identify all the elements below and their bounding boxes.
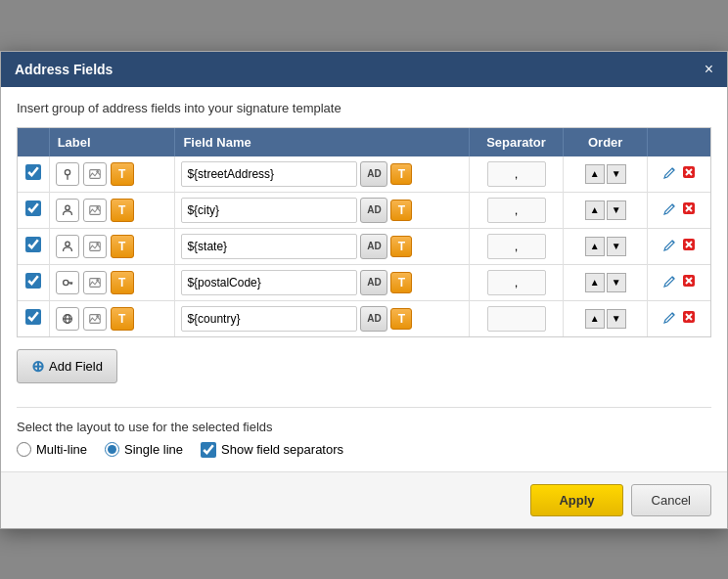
edit-btn[interactable] bbox=[662, 237, 678, 255]
order-up-btn[interactable]: ▲ bbox=[585, 273, 605, 292]
order-down-btn[interactable]: ▼ bbox=[607, 200, 626, 220]
dialog-titlebar: Address Fields × bbox=[1, 52, 727, 87]
row-text-btn[interactable]: T bbox=[111, 271, 134, 294]
svg-point-18 bbox=[63, 280, 68, 285]
show-separators-option[interactable]: Show field separators bbox=[201, 442, 343, 458]
delete-btn[interactable] bbox=[681, 237, 697, 255]
order-up-btn[interactable]: ▲ bbox=[585, 309, 605, 329]
row-order-cell: ▲ ▼ bbox=[564, 156, 648, 193]
row-fieldname-cell: AD T bbox=[175, 264, 469, 300]
row-separator-input[interactable] bbox=[487, 234, 546, 259]
row-image-btn[interactable] bbox=[83, 271, 107, 294]
row-image-btn[interactable] bbox=[83, 307, 107, 331]
edit-btn[interactable] bbox=[662, 200, 678, 219]
row-separator-input[interactable] bbox=[487, 161, 546, 187]
order-down-btn[interactable]: ▼ bbox=[607, 309, 626, 329]
row-checkbox[interactable] bbox=[25, 273, 41, 289]
address-fields-dialog: Address Fields × Insert group of address… bbox=[0, 51, 728, 529]
row-text-btn[interactable]: T bbox=[111, 235, 134, 258]
row-checkbox[interactable] bbox=[25, 164, 41, 180]
delete-btn[interactable] bbox=[681, 273, 697, 291]
cancel-button[interactable]: Cancel bbox=[631, 484, 711, 516]
layout-label: Select the layout to use for the selecte… bbox=[17, 420, 711, 434]
row-icon-btn[interactable] bbox=[56, 162, 79, 186]
ad-btn[interactable]: AD bbox=[360, 234, 387, 259]
row-field-text-btn[interactable]: T bbox=[390, 236, 412, 257]
row-field-text-btn[interactable]: T bbox=[390, 308, 412, 330]
edit-btn[interactable] bbox=[662, 273, 678, 291]
row-fieldname-cell: AD T bbox=[175, 156, 469, 193]
row-text-btn[interactable]: T bbox=[111, 199, 134, 222]
row-separator-input[interactable] bbox=[487, 198, 546, 223]
row-checkbox[interactable] bbox=[25, 200, 41, 216]
delete-btn[interactable] bbox=[681, 309, 697, 328]
apply-button[interactable]: Apply bbox=[530, 484, 622, 516]
row-field-text-btn[interactable]: T bbox=[390, 200, 412, 221]
add-icon: ⊕ bbox=[31, 357, 44, 376]
row-icon-btn[interactable] bbox=[56, 307, 79, 331]
row-checkbox[interactable] bbox=[25, 309, 41, 325]
delete-btn[interactable] bbox=[681, 200, 697, 219]
col-header-order: Order bbox=[564, 128, 648, 156]
delete-btn[interactable] bbox=[681, 164, 697, 183]
svg-point-23 bbox=[96, 279, 99, 282]
row-field-input[interactable] bbox=[181, 161, 357, 187]
row-separator-input[interactable] bbox=[487, 270, 546, 295]
fields-table: Label Field Name Separator Order bbox=[18, 128, 710, 336]
close-button[interactable]: × bbox=[705, 62, 713, 77]
order-up-btn[interactable]: ▲ bbox=[585, 237, 605, 256]
order-down-btn[interactable]: ▼ bbox=[607, 164, 626, 184]
row-field-text-btn[interactable]: T bbox=[390, 163, 412, 185]
order-down-btn[interactable]: ▼ bbox=[607, 237, 626, 256]
row-label-cell: T bbox=[49, 156, 175, 193]
multiline-label: Multi-line bbox=[36, 442, 87, 457]
ad-btn[interactable]: AD bbox=[360, 270, 387, 295]
singleline-option[interactable]: Single line bbox=[105, 442, 183, 457]
row-order-cell: ▲ ▼ bbox=[564, 192, 648, 228]
row-field-input[interactable] bbox=[181, 306, 357, 332]
row-image-btn[interactable] bbox=[83, 199, 107, 222]
edit-btn[interactable] bbox=[662, 309, 678, 328]
row-label-cell: T bbox=[49, 300, 175, 336]
show-separators-checkbox[interactable] bbox=[201, 442, 216, 458]
row-fieldname-cell: AD T bbox=[175, 192, 469, 228]
row-field-input[interactable] bbox=[181, 198, 357, 223]
row-field-text-btn[interactable]: T bbox=[390, 272, 412, 293]
ad-btn[interactable]: AD bbox=[360, 161, 387, 187]
row-image-btn[interactable] bbox=[83, 235, 107, 258]
svg-point-6 bbox=[65, 205, 68, 209]
col-header-actions bbox=[648, 128, 710, 156]
order-down-btn[interactable]: ▼ bbox=[607, 273, 626, 292]
singleline-label: Single line bbox=[124, 442, 183, 457]
row-actions-cell bbox=[648, 300, 710, 336]
row-field-input[interactable] bbox=[181, 234, 357, 259]
row-icon-btn[interactable] bbox=[56, 235, 79, 258]
row-order-cell: ▲ ▼ bbox=[564, 300, 648, 336]
multiline-radio[interactable] bbox=[17, 442, 31, 457]
row-separator-input[interactable] bbox=[487, 306, 546, 332]
order-up-btn[interactable]: ▲ bbox=[585, 200, 605, 220]
dialog-footer: Apply Cancel bbox=[1, 471, 727, 528]
row-checkbox[interactable] bbox=[25, 237, 41, 252]
row-icon-btn[interactable] bbox=[56, 271, 79, 294]
col-header-separator: Separator bbox=[469, 128, 564, 156]
add-field-label: Add Field bbox=[49, 359, 103, 374]
singleline-radio[interactable] bbox=[105, 442, 119, 457]
ad-btn[interactable]: AD bbox=[360, 198, 387, 223]
multiline-option[interactable]: Multi-line bbox=[17, 442, 87, 457]
table-row: T AD T ▲ ▼ bbox=[18, 192, 710, 228]
row-icon-btn[interactable] bbox=[56, 199, 79, 222]
row-text-btn[interactable]: T bbox=[111, 162, 134, 186]
layout-section: Select the layout to use for the selecte… bbox=[17, 420, 711, 458]
add-field-button[interactable]: ⊕ Add Field bbox=[17, 349, 117, 383]
ad-btn[interactable]: AD bbox=[360, 306, 387, 332]
row-actions-cell bbox=[648, 156, 710, 193]
order-up-btn[interactable]: ▲ bbox=[585, 164, 605, 184]
row-field-input[interactable] bbox=[181, 270, 357, 295]
row-text-btn[interactable]: T bbox=[111, 307, 134, 331]
row-image-btn[interactable] bbox=[83, 162, 107, 186]
row-check-cell bbox=[18, 300, 49, 336]
row-separator-cell bbox=[469, 156, 564, 193]
row-order-cell: ▲ ▼ bbox=[564, 264, 648, 300]
edit-btn[interactable] bbox=[662, 164, 678, 183]
